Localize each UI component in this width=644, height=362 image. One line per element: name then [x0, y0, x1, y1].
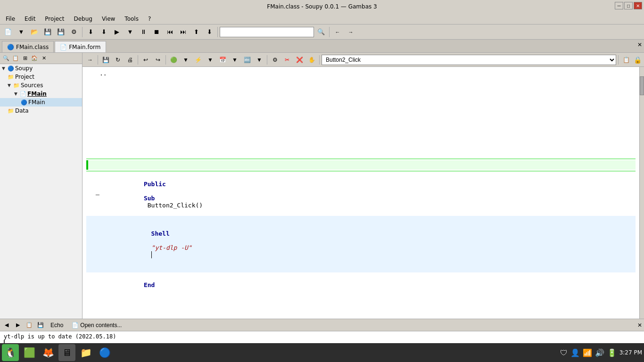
output-line-1: yt-dlp is up to date (2022.05.18) [4, 333, 640, 340]
file-tab-fmain-class[interactable]: 🔵 FMain.class [2, 41, 54, 52]
tree-label: Data [15, 107, 29, 114]
sidebar-close-btn[interactable]: ✕ [40, 54, 48, 63]
et-cut-btn[interactable]: ✂ [281, 54, 293, 66]
scrollbar-thumb[interactable] [640, 76, 644, 95]
et-save-btn[interactable]: 💾 [100, 54, 111, 66]
battery-icon[interactable]: 🔋 [607, 348, 617, 357]
file-tabbar: 🔵 FMain.class 📄 FMain.form ✕ [0, 40, 644, 53]
et-print-btn[interactable]: 🖨 [124, 54, 136, 66]
et-green-btn[interactable]: 🟢 [168, 54, 179, 66]
et-cal-btn[interactable]: 📅 [217, 54, 228, 66]
taskbar-thunderbird-btn[interactable]: 🔵 [96, 344, 113, 361]
tb-pause-button[interactable]: ⏸ [137, 26, 149, 38]
et-delete-btn[interactable]: ❌ [294, 54, 305, 66]
tree-item-soupy[interactable]: ▼ 🔵 Soupy [0, 64, 82, 73]
clock: 3:27 PM [619, 349, 642, 356]
tb-stepinto-button[interactable]: ⬇ [84, 26, 97, 38]
sidebar: 🔍 📋 ⊞ 🏠 ✕ ▼ 🔵 Soupy 📁 Project ▼ 📁 S [0, 53, 83, 319]
taskbar-files-btn[interactable]: 🟩 [21, 344, 38, 361]
window-title: FMain.class - Soupy 0.0.1 — Gambas 3 [267, 3, 377, 10]
tb-new-button[interactable]: 📄 [2, 26, 14, 38]
menu-debug[interactable]: Debug [70, 15, 96, 23]
sidebar-home-btn[interactable]: 🏠 [30, 54, 39, 63]
menu-file[interactable]: File [2, 15, 19, 23]
bt-back-btn[interactable]: ◀ [2, 321, 11, 330]
tb-open-button[interactable]: 📂 [28, 26, 41, 38]
tree-label: Sources [21, 82, 43, 89]
class-icon: 🔵 [21, 99, 27, 106]
et-run-dropdown[interactable]: ▼ [205, 54, 216, 66]
tb-save-button[interactable]: 💾 [41, 26, 54, 38]
tree-item-data[interactable]: 📁 Data [0, 107, 82, 115]
tb-forward-button[interactable]: → [345, 26, 357, 38]
sidebar-grid-btn[interactable]: ⊞ [21, 54, 29, 63]
maximize-button[interactable]: □ [624, 2, 633, 9]
tb-down-button[interactable]: ⬇ [203, 26, 215, 38]
et-run-btn[interactable]: ⚡ [192, 54, 204, 66]
code-editor[interactable]: .. ─ Public [83, 67, 639, 319]
sidebar-search-btn[interactable]: 🔍 [2, 54, 10, 63]
menu-help[interactable]: ? [144, 15, 155, 23]
bottom-panel-close[interactable]: ✕ [637, 322, 642, 329]
taskbar-linux-btn[interactable]: 🐧 [2, 344, 19, 361]
sidebar-tree-btn[interactable]: 📋 [11, 54, 20, 63]
menu-edit[interactable]: Edit [21, 15, 39, 23]
tb-up-button[interactable]: ⬆ [190, 26, 202, 38]
menu-project[interactable]: Project [41, 15, 68, 23]
tb-settings-button[interactable]: ⚙ [68, 26, 80, 38]
user-icon[interactable]: 👤 [570, 348, 580, 357]
et-arrow-btn[interactable]: → [84, 54, 96, 66]
tb-dropdown-button[interactable]: ▼ [15, 26, 27, 38]
empty-space-bottom [86, 296, 636, 319]
editor-scrollbar[interactable] [639, 67, 644, 319]
titlebar: FMain.class - Soupy 0.0.1 — Gambas 3 ─ □… [0, 0, 644, 13]
menu-tools[interactable]: Tools [121, 15, 142, 23]
tb-saveas-button[interactable]: 💾 [55, 26, 67, 38]
tb-run-button[interactable]: ▶ [111, 26, 123, 38]
taskbar-firefox-btn[interactable]: 🦊 [40, 344, 57, 361]
et-bookmark-btn[interactable]: ⚙ [269, 54, 281, 66]
echo-button[interactable]: Echo [47, 321, 66, 330]
minimize-button[interactable]: ─ [615, 2, 623, 9]
method-combo[interactable]: Button2_Click [322, 55, 616, 65]
bt-save-btn[interactable]: 💾 [36, 321, 45, 330]
file-tab-fmain-form[interactable]: 📄 FMain.form [55, 41, 106, 52]
close-button[interactable]: ✕ [634, 2, 642, 9]
taskbar: 🐧 🟩 🦊 🖥 📁 🔵 🛡 👤 📶 🔊 🔋 3:27 PM [0, 343, 644, 362]
taskbar-terminal-btn[interactable]: 🖥 [58, 344, 75, 361]
shield-icon[interactable]: 🛡 [560, 348, 568, 357]
bt-fwd-btn[interactable]: ▶ [13, 321, 23, 330]
tb-stepback-button[interactable]: ⏮ [164, 26, 176, 38]
tree-item-sources[interactable]: ▼ 📁 Sources [0, 81, 82, 90]
et-font-btn[interactable]: 🔤 [241, 54, 253, 66]
window-controls: ─ □ ✕ [615, 2, 642, 9]
tree-item-fmain-file[interactable]: 🔵 FMain [0, 98, 82, 107]
tree-item-project[interactable]: 📁 Project [0, 73, 82, 81]
open-contents-icon: 📄 [72, 322, 79, 329]
et-reload-btn[interactable]: ↻ [112, 54, 124, 66]
tab-icon: 🔵 [7, 44, 14, 50]
tree-item-fmain-folder[interactable]: ▼ 📄 FMain [0, 90, 82, 98]
et-redo-btn[interactable]: ↪ [152, 54, 164, 66]
et-cal-dropdown[interactable]: ▼ [229, 54, 240, 66]
menu-view[interactable]: View [98, 15, 119, 23]
open-contents-button[interactable]: 📄 Open contents... [68, 321, 125, 330]
et-undo-btn[interactable]: ↩ [140, 54, 151, 66]
taskbar-filemanager-btn[interactable]: 📁 [77, 344, 94, 361]
tb-stop-button[interactable]: ⏹ [150, 26, 163, 38]
tab-label: FMain.class [16, 44, 49, 50]
et-green-dropdown[interactable]: ▼ [180, 54, 191, 66]
tb-stepfwd-button[interactable]: ⏭ [177, 26, 189, 38]
et-copy-btn[interactable]: 📋 [620, 54, 632, 66]
volume-icon[interactable]: 🔊 [595, 348, 604, 357]
tb-back-button[interactable]: ← [331, 26, 344, 38]
bt-copy-btn[interactable]: 📋 [25, 321, 34, 330]
tb-rundropdown-button[interactable]: ▼ [124, 26, 136, 38]
search-input[interactable] [220, 27, 314, 37]
wifi-icon[interactable]: 📶 [583, 348, 592, 357]
tabbar-close-button[interactable]: ✕ [637, 41, 642, 48]
et-hand-btn[interactable]: ✋ [306, 54, 317, 66]
et-font-dropdown[interactable]: ▼ [254, 54, 265, 66]
tb-stepover-button[interactable]: ⬇ [98, 26, 110, 38]
tb-search-button[interactable]: 🔍 [315, 26, 327, 38]
